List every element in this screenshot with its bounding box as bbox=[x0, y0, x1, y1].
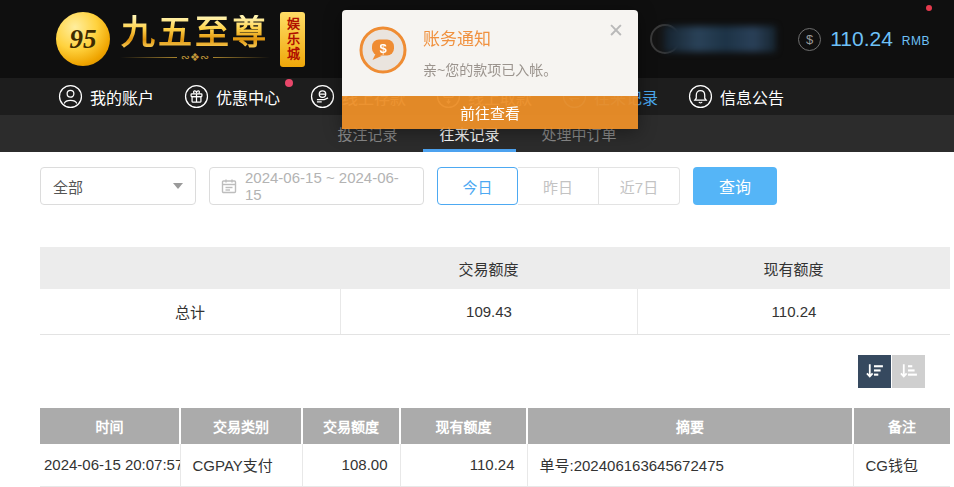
user-icon bbox=[58, 84, 83, 109]
sort-ascending-button[interactable] bbox=[892, 355, 925, 388]
brand-badge: 娱乐城 bbox=[280, 12, 305, 67]
summary-header-empty bbox=[40, 247, 340, 289]
balance-display[interactable]: $ 110.24 RMB bbox=[798, 27, 930, 51]
summary-header-transaction: 交易额度 bbox=[340, 247, 637, 289]
col-header-transaction-amount: 交易额度 bbox=[302, 408, 400, 444]
content-area: 全部 2024-06-15 ~ 2024-06-15 今日 昨日 近7日 查询 … bbox=[0, 152, 954, 487]
brand-title: 九五至尊 bbox=[121, 15, 269, 51]
sort-asc-icon bbox=[898, 361, 919, 382]
user-account-area[interactable] bbox=[650, 24, 776, 54]
cell-transaction-amount: 108.00 bbox=[302, 444, 400, 486]
summary-header-row: 交易额度 现有额度 bbox=[40, 247, 950, 289]
nav-item-announcements[interactable]: 信息公告 bbox=[688, 84, 784, 109]
type-select[interactable]: 全部 bbox=[40, 167, 196, 205]
records-table: 时间 交易类别 交易额度 现有额度 摘要 备注 2024-06-15 20:07… bbox=[40, 408, 950, 487]
quick-date-group: 今日 昨日 近7日 bbox=[437, 167, 680, 205]
username-redacted bbox=[664, 26, 776, 52]
summary-table: 交易额度 现有额度 总计 109.43 110.24 bbox=[40, 247, 950, 335]
filter-row: 全部 2024-06-15 ~ 2024-06-15 今日 昨日 近7日 查询 bbox=[40, 167, 954, 205]
nav-label: 信息公告 bbox=[720, 85, 784, 109]
nav-label: 优惠中心 bbox=[216, 85, 280, 109]
notification-message: 亲~您的款项已入帐。 bbox=[423, 59, 557, 79]
red-dot bbox=[926, 5, 932, 11]
bell-icon bbox=[688, 84, 713, 109]
cell-remark: CG钱包 bbox=[853, 444, 950, 486]
sort-controls bbox=[40, 355, 950, 388]
summary-transaction-value: 109.43 bbox=[340, 289, 637, 334]
go-view-button[interactable]: 前往查看 bbox=[342, 96, 638, 129]
summary-total-label: 总计 bbox=[40, 289, 340, 334]
notification-body: $ 账务通知 亲~您的款项已入帐。 ✕ bbox=[342, 10, 638, 96]
logo-flourish-ornament: ∾❖∾ bbox=[120, 52, 270, 63]
chevron-down-icon bbox=[173, 183, 183, 189]
records-header-row: 时间 交易类别 交易额度 现有额度 摘要 备注 bbox=[40, 408, 950, 444]
date-range-input[interactable]: 2024-06-15 ~ 2024-06-15 bbox=[209, 167, 424, 205]
brand-logo[interactable]: 95 九五至尊 ∾❖∾ 娱乐城 bbox=[56, 12, 305, 67]
cell-time: 2024-06-15 20:07:57 bbox=[40, 444, 180, 486]
col-header-time: 时间 bbox=[40, 408, 180, 444]
calendar-icon bbox=[221, 178, 237, 194]
balance-amount: 110.24 bbox=[830, 27, 893, 51]
summary-current-value: 110.24 bbox=[637, 289, 950, 334]
sort-descending-button[interactable] bbox=[858, 355, 891, 388]
cell-current-amount: 110.24 bbox=[400, 444, 527, 486]
cell-type: CGPAY支付 bbox=[180, 444, 302, 486]
close-icon[interactable]: ✕ bbox=[608, 21, 624, 40]
type-select-value: 全部 bbox=[53, 176, 83, 197]
sort-desc-icon bbox=[864, 361, 885, 382]
notification-text: 账务通知 亲~您的款项已入帐。 bbox=[423, 25, 557, 79]
nav-label: 我的账户 bbox=[90, 85, 154, 109]
quick-yesterday-button[interactable]: 昨日 bbox=[518, 167, 599, 205]
notification-title: 账务通知 bbox=[423, 25, 557, 50]
search-button[interactable]: 查询 bbox=[693, 167, 777, 205]
deposit-icon bbox=[310, 84, 335, 109]
money-message-icon: $ bbox=[358, 25, 408, 79]
col-header-summary: 摘要 bbox=[527, 408, 853, 444]
nav-item-my-account[interactable]: 我的账户 bbox=[58, 84, 154, 109]
cell-summary: 单号:202406163645672475 bbox=[527, 444, 853, 486]
dollar-icon: $ bbox=[798, 28, 821, 51]
col-header-type: 交易类别 bbox=[180, 408, 302, 444]
date-range-value: 2024-06-15 ~ 2024-06-15 bbox=[245, 169, 412, 203]
notification-popup: $ 账务通知 亲~您的款项已入帐。 ✕ 前往查看 bbox=[342, 10, 638, 129]
logo-95-icon: 95 bbox=[56, 12, 110, 66]
new-badge-dot bbox=[285, 79, 293, 87]
gift-icon bbox=[184, 84, 209, 109]
quick-last7days-button[interactable]: 近7日 bbox=[599, 167, 680, 205]
col-header-current-amount: 现有额度 bbox=[400, 408, 527, 444]
summary-total-row: 总计 109.43 110.24 bbox=[40, 289, 950, 335]
quick-today-button[interactable]: 今日 bbox=[437, 167, 518, 205]
nav-item-promotions[interactable]: 优惠中心 bbox=[184, 84, 280, 109]
table-row: 2024-06-15 20:07:57 CGPAY支付 108.00 110.2… bbox=[40, 444, 950, 486]
balance-currency: RMB bbox=[902, 34, 930, 48]
col-header-remark: 备注 bbox=[853, 408, 950, 444]
summary-header-current: 现有额度 bbox=[637, 247, 950, 289]
svg-text:$: $ bbox=[379, 41, 387, 56]
